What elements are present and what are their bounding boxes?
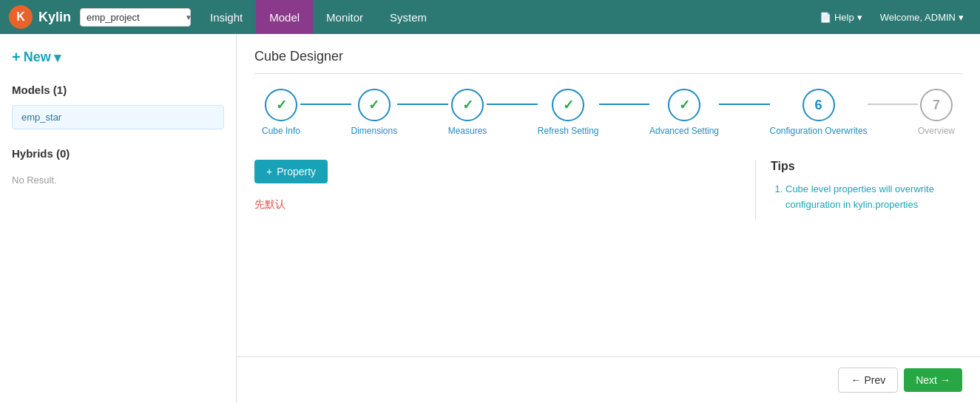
tips-item-1: Cube level properties will overwrite con…: [785, 182, 962, 213]
help-chevron-icon: ▾: [857, 12, 862, 23]
user-chevron-icon: ▾: [959, 12, 964, 23]
step-6[interactable]: 6 Configuration Overwrites: [770, 89, 868, 136]
property-button[interactable]: + Property: [254, 160, 328, 183]
step-1-circle: ✓: [265, 89, 297, 121]
property-plus-icon: +: [266, 166, 272, 177]
nav-right: 📄 Help ▾ Welcome, ADMIN ▾: [812, 12, 971, 23]
step-5-check-icon: ✓: [679, 97, 690, 113]
nav-item-insight[interactable]: Insight: [197, 0, 256, 34]
nav-item-system[interactable]: System: [376, 0, 440, 34]
project-selector-wrapper[interactable]: emp_project ▼: [80, 8, 197, 27]
sidebar: + New ▾ Models (1) emp_star Hybrids (0) …: [0, 34, 237, 403]
step-1[interactable]: ✓ Cube Info: [262, 89, 300, 136]
step-2-label: Dimensions: [351, 126, 398, 136]
plus-icon: +: [12, 49, 21, 66]
prev-arrow-icon: ←: [851, 374, 861, 386]
next-arrow-icon: →: [940, 374, 950, 386]
prev-button[interactable]: ← Prev: [838, 368, 898, 393]
property-button-label: Property: [277, 166, 316, 177]
footer-bar: ← Prev Next →: [237, 356, 980, 403]
logo-icon: K: [9, 5, 33, 29]
welcome-label: Welcome, ADMIN: [880, 12, 956, 23]
app-title: Kylin: [38, 10, 71, 25]
connector-4-5: [599, 104, 649, 105]
step-4-check-icon: ✓: [563, 97, 574, 113]
step-5[interactable]: ✓ Advanced Setting: [649, 89, 719, 136]
models-title: Models (1): [12, 84, 224, 96]
main-layout: + New ▾ Models (1) emp_star Hybrids (0) …: [0, 34, 980, 403]
content-area: + Property 先默认 Tips Cube level propertie…: [254, 160, 962, 219]
step-6-label: Configuration Overwrites: [770, 126, 868, 136]
help-icon: 📄: [820, 12, 831, 23]
step-3[interactable]: ✓ Measures: [448, 89, 487, 136]
tips-panel: Tips Cube level properties will overwrit…: [755, 160, 962, 219]
next-button[interactable]: Next →: [904, 368, 962, 392]
help-menu[interactable]: 📄 Help ▾: [812, 12, 870, 23]
prev-button-label: Prev: [864, 374, 885, 386]
app-logo: K Kylin: [9, 5, 71, 29]
no-result-text: No Result.: [12, 169, 224, 192]
step-4-circle: ✓: [552, 89, 584, 121]
left-panel: + Property 先默认: [254, 160, 737, 219]
step-3-check-icon: ✓: [462, 97, 473, 113]
connector-6-7: [868, 104, 918, 105]
model-item[interactable]: emp_star: [12, 105, 224, 129]
step-3-circle: ✓: [451, 89, 484, 121]
hybrids-section: Hybrids (0) No Result.: [12, 147, 224, 192]
models-section: Models (1) emp_star: [12, 84, 224, 129]
step-2[interactable]: ✓ Dimensions: [351, 89, 398, 136]
nav-item-model[interactable]: Model: [256, 0, 313, 34]
tips-list: Cube level properties will overwrite con…: [771, 182, 962, 213]
step-2-circle: ✓: [358, 89, 391, 121]
step-4-label: Refresh Setting: [538, 126, 599, 136]
tips-title: Tips: [771, 160, 962, 173]
default-text: 先默认: [254, 198, 737, 211]
connector-3-4: [487, 104, 537, 105]
step-7-label: Overview: [918, 126, 955, 136]
user-menu[interactable]: Welcome, ADMIN ▾: [873, 12, 971, 23]
help-label: Help: [834, 12, 854, 23]
connector-2-3: [397, 104, 447, 105]
project-select[interactable]: emp_project: [80, 8, 191, 27]
step-2-check-icon: ✓: [368, 97, 379, 113]
new-button[interactable]: + New ▾: [12, 46, 61, 69]
connector-5-6: [719, 104, 769, 105]
stepper: ✓ Cube Info ✓ Dimensions ✓: [254, 89, 962, 136]
step-3-label: Measures: [448, 126, 487, 136]
step-5-label: Advanced Setting: [649, 126, 719, 136]
step-5-circle: ✓: [668, 89, 700, 121]
step-4[interactable]: ✓ Refresh Setting: [538, 89, 599, 136]
hybrids-title: Hybrids (0): [12, 147, 224, 160]
step-7-circle: 7: [920, 89, 953, 121]
new-button-label: New: [24, 50, 51, 65]
connector-1-2: [300, 104, 351, 105]
step-6-circle: 6: [802, 89, 835, 121]
nav-item-monitor[interactable]: Monitor: [313, 0, 376, 34]
step-7[interactable]: 7 Overview: [918, 89, 955, 136]
step-1-label: Cube Info: [262, 126, 300, 136]
top-navigation: K Kylin emp_project ▼ Insight Model Moni…: [0, 0, 980, 34]
new-chevron-icon: ▾: [54, 50, 61, 66]
main-content: Cube Designer ✓ Cube Info ✓ Dimensions: [237, 34, 980, 356]
next-button-label: Next: [916, 374, 937, 386]
cube-designer-title: Cube Designer: [254, 49, 962, 74]
step-7-number: 7: [933, 98, 940, 113]
step-1-check-icon: ✓: [276, 97, 287, 113]
step-6-number: 6: [815, 98, 822, 113]
